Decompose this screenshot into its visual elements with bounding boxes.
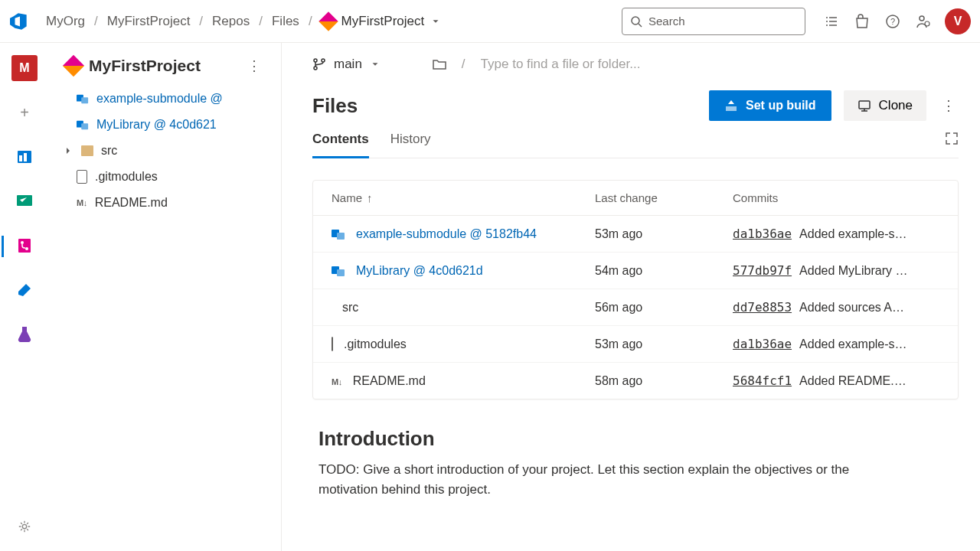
row-name: MyLibrary @ 4c0d621d — [332, 264, 595, 278]
tab-contents[interactable]: Contents — [312, 132, 369, 158]
svg-rect-24 — [337, 233, 345, 240]
search-box[interactable] — [622, 8, 805, 35]
repo-icon — [63, 55, 84, 77]
file-icon — [77, 170, 87, 184]
svg-line-1 — [639, 24, 642, 27]
svg-rect-22 — [859, 101, 870, 109]
readme-body: TODO: Give a short introduction of your … — [318, 460, 900, 499]
branch-selector[interactable]: main — [312, 57, 381, 72]
breadcrumb-project[interactable]: MyFirstProject — [107, 14, 191, 29]
search-input[interactable] — [648, 15, 797, 28]
table-row[interactable]: .gitmodules53m agoda1b36aeAdded example-… — [313, 326, 958, 363]
commit-hash[interactable]: dd7e8853 — [733, 300, 792, 315]
svg-rect-10 — [18, 239, 31, 253]
project-badge[interactable]: M — [11, 55, 38, 81]
more-actions-menu[interactable]: ⋮ — [939, 97, 959, 114]
azure-devops-logo[interactable] — [9, 11, 31, 32]
tree-item-gitmodules[interactable]: .gitmodules — [55, 164, 275, 190]
table-row[interactable]: M↓README.md58m ago5684fcf1Added README.… — [313, 363, 958, 399]
svg-rect-15 — [81, 97, 88, 103]
build-icon — [724, 99, 738, 112]
row-commit: 5684fcf1Added README.… — [733, 373, 939, 388]
commit-message: Added example-s… — [799, 337, 907, 351]
chevron-down-icon — [430, 16, 441, 27]
col-commits[interactable]: Commits — [733, 191, 939, 204]
tree-more-menu[interactable]: ⋮ — [244, 57, 264, 74]
submod-icon — [332, 228, 345, 240]
row-name: M↓README.md — [332, 374, 595, 388]
table-row[interactable]: MyLibrary @ 4c0d621d54m ago577db97fAdded… — [313, 253, 958, 289]
breadcrumb-sep: / — [199, 14, 203, 29]
file-tree: MyFirstProject ⋮ example-submodule @ MyL… — [49, 43, 282, 551]
submod-icon — [332, 265, 345, 277]
row-commit: dd7e8853Added sources A… — [733, 300, 939, 315]
md-icon: M↓ — [332, 374, 342, 388]
left-rail: M + — [0, 43, 49, 551]
commit-hash[interactable]: da1b36ae — [733, 337, 792, 351]
marketplace-icon[interactable] — [853, 12, 871, 31]
breadcrumb: MyOrg / MyFirstProject / Repos / Files /… — [46, 14, 441, 29]
clone-button[interactable]: Clone — [844, 90, 926, 121]
branch-icon — [312, 57, 326, 71]
col-name[interactable]: Name↑ — [332, 191, 595, 204]
sort-asc-icon: ↑ — [367, 191, 373, 204]
svg-rect-21 — [726, 106, 737, 111]
nav-repos[interactable] — [11, 233, 38, 259]
setup-build-button[interactable]: Set up build — [709, 90, 831, 121]
path-separator: / — [462, 57, 466, 72]
svg-rect-7 — [19, 155, 22, 161]
breadcrumb-area[interactable]: Repos — [212, 14, 250, 29]
work-items-icon[interactable] — [822, 12, 841, 31]
markdown-icon: M↓ — [77, 198, 87, 207]
tab-history[interactable]: History — [390, 132, 431, 158]
tree-title[interactable]: MyFirstProject — [66, 57, 201, 75]
row-last-change: 56m ago — [595, 301, 733, 315]
nav-pipelines[interactable] — [11, 277, 38, 303]
svg-point-20 — [322, 59, 325, 62]
nav-boards[interactable] — [11, 188, 38, 214]
table-row[interactable]: src56m agodd7e8853Added sources A… — [313, 289, 958, 326]
commit-hash[interactable]: da1b36ae — [733, 227, 792, 241]
table-row[interactable]: example-submodule @ 5182fb4453m agoda1b3… — [313, 216, 958, 253]
svg-rect-9 — [17, 195, 32, 206]
svg-point-5 — [925, 21, 929, 26]
tree-item-label: src — [101, 144, 117, 158]
nav-overview[interactable] — [11, 144, 38, 170]
tree-item-example-submodule[interactable]: example-submodule @ — [55, 86, 275, 112]
project-settings-icon[interactable] — [15, 517, 34, 536]
commit-hash[interactable]: 577db97f — [733, 263, 792, 278]
help-icon[interactable]: ? — [884, 12, 902, 31]
find-file-input[interactable] — [481, 57, 959, 72]
col-last-change[interactable]: Last change — [595, 191, 733, 204]
row-last-change: 54m ago — [595, 264, 733, 278]
commit-hash[interactable]: 5684fcf1 — [733, 373, 792, 388]
repo-icon — [318, 11, 338, 31]
folder-icon — [81, 145, 93, 156]
row-last-change: 53m ago — [595, 337, 733, 351]
breadcrumb-org[interactable]: MyOrg — [46, 14, 85, 29]
tree-item-readme[interactable]: M↓ README.md — [55, 190, 275, 216]
commit-message: Added MyLibrary … — [799, 264, 907, 278]
folder-root-icon[interactable] — [433, 58, 446, 70]
row-name: src — [332, 301, 595, 315]
svg-rect-26 — [337, 269, 345, 276]
svg-point-19 — [314, 67, 317, 70]
add-button[interactable]: + — [11, 99, 38, 126]
clone-label: Clone — [879, 98, 913, 113]
tree-item-mylibrary[interactable]: MyLibrary @ 4c0d621 — [55, 112, 275, 138]
tree-item-src[interactable]: src — [55, 138, 275, 164]
tree-item-label: example-submodule @ — [96, 92, 223, 106]
nav-test-plans[interactable] — [11, 321, 38, 347]
svg-point-0 — [632, 17, 639, 24]
fullscreen-icon[interactable] — [945, 132, 959, 158]
breadcrumb-repo-dropdown[interactable]: MyFirstProject — [322, 14, 442, 29]
svg-text:?: ? — [890, 17, 895, 26]
row-commit: da1b36aeAdded example-s… — [733, 337, 939, 351]
user-avatar[interactable]: V — [945, 8, 971, 34]
row-name: example-submodule @ 5182fb44 — [332, 227, 595, 241]
breadcrumb-sub[interactable]: Files — [272, 14, 299, 29]
breadcrumb-repo-name: MyFirstProject — [341, 14, 425, 29]
svg-point-13 — [22, 524, 26, 528]
row-last-change: 58m ago — [595, 374, 733, 388]
user-settings-icon[interactable] — [914, 12, 933, 31]
